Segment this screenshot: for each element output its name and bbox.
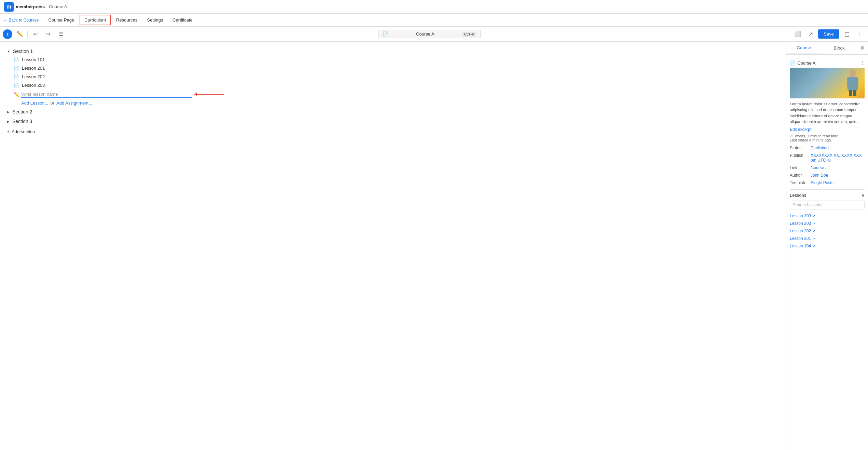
course-card-title-text: Course A bbox=[797, 60, 815, 66]
right-panel: Course Block ✕ 📄 Course A ⋮ bbox=[786, 42, 868, 450]
meta-author: Author John Doe bbox=[790, 172, 865, 179]
section-2-expand-arrow: ▶ bbox=[7, 110, 10, 114]
pencil-icon: ✏️ bbox=[14, 92, 19, 97]
toolbar-right: ⬜ ↗ Save ◫ ⋮ bbox=[792, 29, 865, 40]
meta-status: Status Published bbox=[790, 144, 865, 152]
preview-icon-button[interactable]: ⬜ bbox=[792, 29, 803, 40]
status-value: Published bbox=[811, 146, 829, 150]
meta-template: Template Single Posts bbox=[790, 179, 865, 187]
back-to-courses-link[interactable]: ← Back to Courses bbox=[3, 18, 39, 23]
logo-icon: m bbox=[4, 2, 14, 12]
toolbar-center: 📄 Course A Ctrl+K bbox=[69, 30, 790, 38]
lesson-doc-icon-202: 📄 bbox=[14, 74, 19, 79]
meta-link: Link /course-a bbox=[790, 164, 865, 172]
section-1-content: 📄 Lesson 101 📄 Lesson 201 📄 Lesson 202 📄… bbox=[14, 55, 779, 107]
template-value[interactable]: Single Posts bbox=[811, 180, 833, 185]
course-title-field[interactable]: 📄 Course A Ctrl+K bbox=[378, 30, 481, 38]
new-lesson-input-row: ✏️ bbox=[14, 90, 779, 99]
tab-certificate[interactable]: Certificate bbox=[168, 15, 197, 25]
section-3[interactable]: ▶ Section 3 bbox=[7, 117, 779, 126]
tab-course-page[interactable]: Course Page bbox=[44, 15, 78, 25]
section-2[interactable]: ▶ Section 2 bbox=[7, 107, 779, 117]
add-section-row[interactable]: + Add section bbox=[7, 126, 779, 137]
link-label: Link bbox=[790, 165, 809, 170]
edit-icon-button[interactable]: ✏️ bbox=[14, 29, 25, 40]
add-assignment-link[interactable]: Add Assignment... bbox=[56, 100, 92, 106]
lessons-section: Lessons ∧ Lesson 303 ↗ Lesson 203 ↗ Less… bbox=[790, 189, 865, 250]
lesson-202-label: Lesson 202 bbox=[22, 74, 45, 79]
course-doc-icon: 📄 bbox=[790, 60, 795, 66]
panel-close-button[interactable]: ✕ bbox=[857, 42, 868, 54]
author-label: Author bbox=[790, 173, 809, 178]
meta-publish: Publish XXXXXXXX XX, XXXX XXX pm UTC+0 bbox=[790, 152, 865, 164]
search-lessons-input[interactable] bbox=[790, 201, 865, 209]
lesson-name-input[interactable] bbox=[21, 91, 192, 98]
panel-tabs: Course Block ✕ bbox=[786, 42, 868, 55]
panel-body: 📄 Course A ⋮ Lorem ipsum dolor sit amet,… bbox=[786, 55, 868, 253]
author-value[interactable]: John Doe bbox=[811, 173, 828, 178]
lesson-201b-label: Lesson 201 bbox=[790, 236, 811, 241]
link-value[interactable]: /course-a bbox=[811, 165, 828, 170]
external-link-icon-201: ↗ bbox=[812, 237, 815, 241]
section-1-header[interactable]: ▼ Section 1 bbox=[7, 47, 779, 55]
lesson-list-item-201b[interactable]: Lesson 201 ↗ bbox=[790, 235, 865, 242]
lesson-list-item-303[interactable]: Lesson 303 ↗ bbox=[790, 212, 865, 220]
list-view-button[interactable]: ☰ bbox=[56, 29, 67, 40]
section-1-collapse-arrow: ▼ bbox=[7, 50, 10, 53]
tab-curriculum[interactable]: Curriculum bbox=[80, 15, 111, 25]
lesson-item-101[interactable]: 📄 Lesson 101 bbox=[14, 55, 779, 64]
panel-tab-course[interactable]: Course bbox=[786, 42, 822, 54]
add-lesson-row: Add Lesson... or Add Assignment... bbox=[21, 99, 779, 107]
lesson-list-item-202b[interactable]: Lesson 202 ↗ bbox=[790, 227, 865, 235]
redo-button[interactable]: ↪ bbox=[43, 29, 54, 40]
lesson-list-item-203b[interactable]: Lesson 203 ↗ bbox=[790, 220, 865, 227]
status-label: Status bbox=[790, 146, 809, 150]
or-text: or bbox=[51, 100, 55, 106]
sidebar-toggle-button[interactable]: ◫ bbox=[841, 29, 852, 40]
logo-area: m memberpress Course A bbox=[4, 2, 67, 12]
undo-button[interactable]: ↩ bbox=[30, 29, 41, 40]
more-options-button[interactable]: ⋮ bbox=[854, 29, 865, 40]
course-description: Lorem ipsum dolor sit amet, consectetur … bbox=[790, 101, 865, 125]
lessons-collapse-button[interactable]: ∧ bbox=[861, 192, 865, 198]
lesson-item-203[interactable]: 📄 Lesson 203 bbox=[14, 81, 779, 90]
edit-excerpt-link[interactable]: Edit excerpt bbox=[790, 127, 811, 132]
course-card-title: 📄 Course A bbox=[790, 60, 815, 66]
tab-settings[interactable]: Settings bbox=[143, 15, 167, 25]
external-link-icon-203: ↗ bbox=[812, 222, 815, 226]
lesson-doc-icon-201: 📄 bbox=[14, 66, 19, 71]
brand-name: memberpress bbox=[16, 4, 45, 9]
panel-tab-block[interactable]: Block bbox=[822, 42, 857, 54]
top-bar: m memberpress Course A bbox=[0, 0, 868, 14]
lessons-header: Lessons ∧ bbox=[790, 192, 865, 198]
curriculum-area: ▼ Section 1 📄 Lesson 101 📄 Lesson 201 📄 … bbox=[0, 42, 786, 450]
tab-resources[interactable]: Resources bbox=[112, 15, 141, 25]
lesson-101-label: Lesson 101 bbox=[22, 57, 45, 62]
course-thumbnail bbox=[790, 68, 865, 98]
svg-rect-3 bbox=[856, 78, 858, 87]
lesson-doc-icon-101: 📄 bbox=[14, 57, 19, 62]
publish-label: Publish bbox=[790, 153, 809, 158]
nav-tabs: ← Back to Courses Course Page Curriculum… bbox=[0, 14, 868, 27]
lesson-list-item-104[interactable]: Lesson 104 ↗ bbox=[790, 242, 865, 250]
external-link-button[interactable]: ↗ bbox=[805, 29, 816, 40]
svg-point-0 bbox=[849, 70, 856, 77]
doc-icon: 📄 bbox=[383, 31, 388, 37]
external-link-icon-202: ↗ bbox=[812, 229, 815, 233]
header-course-title: Course A bbox=[49, 4, 67, 9]
lesson-item-202[interactable]: 📄 Lesson 202 bbox=[14, 72, 779, 81]
add-section-plus-icon: + bbox=[7, 129, 10, 134]
publish-value[interactable]: XXXXXXXX XX, XXXX XXX pm UTC+0 bbox=[811, 153, 865, 163]
add-lesson-link[interactable]: Add Lesson... bbox=[21, 100, 49, 106]
lessons-title: Lessons bbox=[790, 193, 806, 198]
toolbar-divider-1 bbox=[27, 31, 28, 38]
svg-rect-5 bbox=[853, 90, 856, 96]
section-1-label: Section 1 bbox=[13, 49, 33, 54]
lesson-item-201[interactable]: 📄 Lesson 201 bbox=[14, 64, 779, 72]
word-count: 71 words, 1 minute read time. Last edite… bbox=[790, 134, 865, 142]
save-button[interactable]: Save bbox=[818, 29, 839, 39]
svg-rect-4 bbox=[849, 90, 852, 96]
lesson-doc-icon-203: 📄 bbox=[14, 83, 19, 88]
course-menu-button[interactable]: ⋮ bbox=[860, 60, 865, 66]
add-block-button[interactable]: + bbox=[3, 29, 12, 39]
